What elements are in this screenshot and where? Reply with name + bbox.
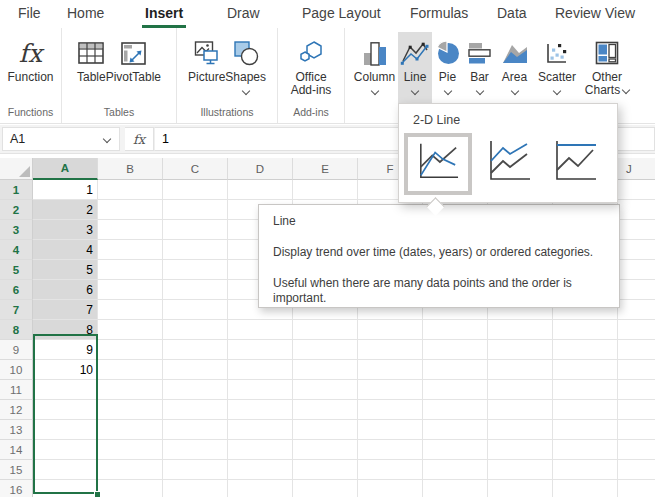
row-header-2[interactable]: 2: [0, 200, 33, 220]
cell-C6[interactable]: [163, 280, 228, 300]
cell-E12[interactable]: [293, 400, 358, 420]
cell-C8[interactable]: [163, 320, 228, 340]
cell-D16[interactable]: [228, 480, 293, 497]
cell-G16[interactable]: [423, 480, 488, 497]
line-chart-button[interactable]: Line: [398, 32, 432, 104]
table-button[interactable]: Table: [77, 32, 106, 104]
cell-D10[interactable]: [228, 360, 293, 380]
cell-H10[interactable]: [488, 360, 553, 380]
column-header-B[interactable]: B: [98, 158, 163, 180]
pie-chevron-icon[interactable]: [443, 87, 451, 95]
insert-function-button[interactable]: fx: [125, 127, 154, 151]
cell-C10[interactable]: [163, 360, 228, 380]
row-header-12[interactable]: 12: [0, 400, 33, 420]
cell-H13[interactable]: [488, 420, 553, 440]
cell-F10[interactable]: [358, 360, 423, 380]
row-header-7[interactable]: 7: [0, 300, 33, 320]
cell-C5[interactable]: [163, 260, 228, 280]
cell-J5[interactable]: [618, 260, 655, 280]
cell-B7[interactable]: [98, 300, 163, 320]
cell-F12[interactable]: [358, 400, 423, 420]
cell-J4[interactable]: [618, 240, 655, 260]
cell-E10[interactable]: [293, 360, 358, 380]
cell-B3[interactable]: [98, 220, 163, 240]
cell-B16[interactable]: [98, 480, 163, 497]
cell-A1[interactable]: 1: [33, 180, 98, 200]
cell-A11[interactable]: [33, 380, 98, 400]
cell-C7[interactable]: [163, 300, 228, 320]
row-header-10[interactable]: 10: [0, 360, 33, 380]
cell-I15[interactable]: [553, 460, 618, 480]
selection-fill-handle[interactable]: [94, 491, 101, 497]
cell-J6[interactable]: [618, 280, 655, 300]
tab-draw[interactable]: Draw: [227, 5, 260, 22]
cell-E1[interactable]: [293, 180, 358, 200]
cell-D14[interactable]: [228, 440, 293, 460]
cell-H14[interactable]: [488, 440, 553, 460]
cell-J2[interactable]: [618, 200, 655, 220]
cell-H9[interactable]: [488, 340, 553, 360]
cell-J7[interactable]: [618, 300, 655, 320]
cell-A9[interactable]: 9: [33, 340, 98, 360]
tab-data[interactable]: Data: [497, 5, 527, 22]
row-header-11[interactable]: 11: [0, 380, 33, 400]
cell-H11[interactable]: [488, 380, 553, 400]
cell-G8[interactable]: [423, 320, 488, 340]
area-chart-button[interactable]: Area: [496, 32, 533, 104]
cell-B1[interactable]: [98, 180, 163, 200]
cell-F16[interactable]: [358, 480, 423, 497]
cell-I8[interactable]: [553, 320, 618, 340]
scatter-chart-button[interactable]: Scatter: [533, 32, 581, 104]
cell-A12[interactable]: [33, 400, 98, 420]
cell-D15[interactable]: [228, 460, 293, 480]
column-chevron-icon[interactable]: [370, 87, 378, 95]
area-chevron-icon[interactable]: [510, 87, 518, 95]
function-button[interactable]: fx Function: [7, 32, 53, 104]
cell-G11[interactable]: [423, 380, 488, 400]
row-header-13[interactable]: 13: [0, 420, 33, 440]
cell-J8[interactable]: [618, 320, 655, 340]
cell-E8[interactable]: [293, 320, 358, 340]
cell-C9[interactable]: [163, 340, 228, 360]
cell-J12[interactable]: [618, 400, 655, 420]
tab-file[interactable]: File: [18, 5, 41, 22]
bar-chevron-icon[interactable]: [475, 87, 483, 95]
name-box[interactable]: A1: [2, 127, 120, 151]
cell-E11[interactable]: [293, 380, 358, 400]
cell-C3[interactable]: [163, 220, 228, 240]
tab-view[interactable]: View: [605, 5, 635, 22]
option-stacked-line[interactable]: [482, 133, 536, 193]
name-box-chevron-icon[interactable]: [103, 135, 111, 143]
cell-C13[interactable]: [163, 420, 228, 440]
cell-B15[interactable]: [98, 460, 163, 480]
shapes-chevron-icon[interactable]: [241, 87, 249, 95]
column-header-D[interactable]: D: [228, 158, 293, 180]
row-header-1[interactable]: 1: [0, 180, 33, 200]
cell-J15[interactable]: [618, 460, 655, 480]
cell-A15[interactable]: [33, 460, 98, 480]
tab-insert[interactable]: Insert: [142, 5, 186, 28]
cell-J11[interactable]: [618, 380, 655, 400]
column-header-J[interactable]: J: [618, 158, 655, 180]
cell-C14[interactable]: [163, 440, 228, 460]
cell-J3[interactable]: [618, 220, 655, 240]
cell-B11[interactable]: [98, 380, 163, 400]
cell-J14[interactable]: [618, 440, 655, 460]
cell-F14[interactable]: [358, 440, 423, 460]
cell-C1[interactable]: [163, 180, 228, 200]
cell-A8[interactable]: 8: [33, 320, 98, 340]
cell-I12[interactable]: [553, 400, 618, 420]
cell-A13[interactable]: [33, 420, 98, 440]
cell-I10[interactable]: [553, 360, 618, 380]
cell-A4[interactable]: 4: [33, 240, 98, 260]
cell-C12[interactable]: [163, 400, 228, 420]
tab-review[interactable]: Review: [555, 5, 601, 22]
cell-G10[interactable]: [423, 360, 488, 380]
option-line[interactable]: [404, 133, 472, 195]
cell-C11[interactable]: [163, 380, 228, 400]
row-header-16[interactable]: 16: [0, 480, 33, 497]
office-addins-button[interactable]: Office Add-ins: [287, 32, 335, 104]
cell-B9[interactable]: [98, 340, 163, 360]
cell-D1[interactable]: [228, 180, 293, 200]
cell-B14[interactable]: [98, 440, 163, 460]
